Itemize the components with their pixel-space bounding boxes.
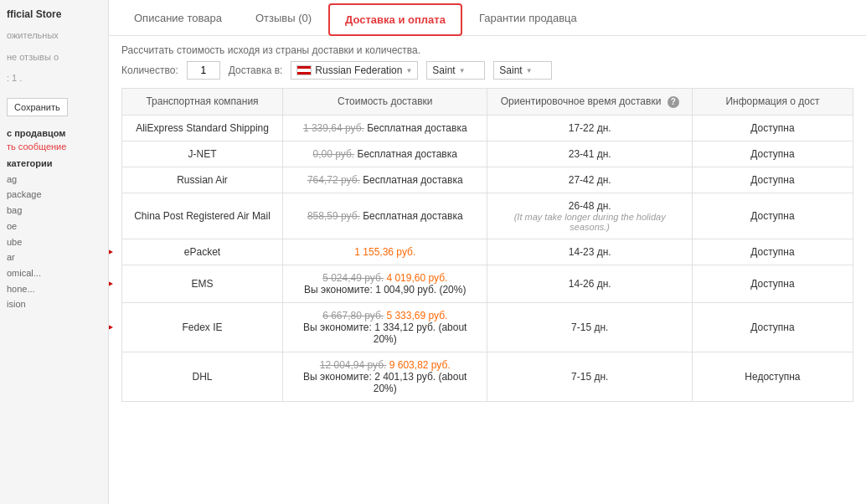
sidebar-cat-hone[interactable]: hone... [7, 281, 101, 297]
availability-status: Доступна [750, 321, 794, 333]
info-cell: Доступна [692, 265, 853, 302]
table-row: EMS 5 024,49 руб. 4 019,60 руб. Вы эконо… [122, 265, 853, 302]
col-header-company: Транспортная компания [122, 89, 283, 116]
cost-cell: 6 667,80 руб. 5 333,69 руб. Вы экономите… [283, 302, 487, 352]
availability-status: Недоступна [745, 371, 800, 383]
col-header-cost: Стоимость доставки [283, 89, 487, 116]
company-name: Fedex IE [183, 321, 223, 333]
time-cell: 14-23 дн. [487, 239, 692, 265]
sidebar: fficial Store ожительных не отзывы о : 1… [0, 0, 109, 504]
country-name: Russian Federation [315, 64, 402, 76]
shipping-table: Транспортная компания Стоимость доставки… [121, 88, 853, 402]
availability-status: Доступна [750, 174, 794, 186]
sidebar-cat-omical[interactable]: omical... [7, 265, 101, 281]
company-cell: J-NET [122, 141, 283, 167]
company-cell: EMS [122, 265, 283, 302]
company-cell: ePacket [122, 239, 283, 265]
info-cell: Доступна [692, 141, 853, 167]
sidebar-section-1: ожительных [7, 28, 101, 44]
sidebar-cat-package[interactable]: package [7, 187, 101, 203]
sidebar-section-3: : 1 . [7, 71, 101, 86]
company-cell: Russian Air [122, 167, 283, 193]
original-price: 6 667,80 руб. [322, 310, 384, 321]
availability-status: Доступна [750, 246, 794, 258]
city2-value: Saint [499, 64, 522, 76]
original-price: 12 004,94 руб. [320, 359, 387, 371]
company-cell: DHL [122, 352, 283, 401]
city2-select[interactable]: Saint ▼ [493, 61, 552, 80]
table-row: DHL 12 004,94 руб. 9 603,82 руб. Вы экон… [122, 352, 853, 401]
sidebar-cat-bag2[interactable]: bag [7, 203, 101, 219]
tab-guarantees[interactable]: Гарантии продавца [462, 0, 594, 35]
availability-status: Доступна [750, 122, 794, 134]
message-link[interactable]: ть сообщение [7, 141, 101, 152]
col-header-time: Ориентировочное время доставки ? [487, 89, 692, 116]
original-price: 0,00 руб. [313, 148, 355, 160]
col-header-info: Информация о дост [692, 89, 853, 116]
discounted-price: 9 603,82 руб. [389, 359, 451, 371]
original-price: 5 024,49 руб. [322, 272, 384, 284]
sidebar-cat-ision[interactable]: ision [7, 296, 101, 312]
main-content: Описание товара Отзывы (0) Доставка и оп… [109, 0, 866, 504]
ship-to-label: Доставка в: [229, 64, 283, 76]
table-row: ePacket 1 155,36 руб. 14-23 дн. Доступна [122, 239, 853, 265]
savings-text: Вы экономите: 2 401,13 руб. (about 20%) [291, 371, 478, 394]
sidebar-categories-title: категории [7, 158, 101, 168]
info-cell: Доступна [692, 115, 853, 141]
qty-label: Количество: [121, 64, 178, 76]
sidebar-cat-bag[interactable]: ag [7, 172, 101, 188]
cost-cell: 0,00 руб. Бесплатная доставка [283, 141, 487, 167]
tab-shipping[interactable]: Доставка и оплата [328, 3, 462, 36]
free-shipping-label: Бесплатная доставка [363, 174, 462, 186]
info-cell: Доступна [692, 167, 853, 193]
discounted-price: 4 019,60 руб. [386, 272, 447, 284]
free-shipping-label: Бесплатная доставка [363, 210, 462, 222]
free-shipping-label: Бесплатная доставка [367, 122, 467, 134]
savings-text: Вы экономите: 1 334,12 руб. (about 20%) [291, 321, 478, 345]
sidebar-section-2: не отзывы о [7, 50, 101, 65]
city1-value: Saint [432, 64, 455, 76]
delivery-time: 14-23 дн. [569, 246, 611, 258]
time-help-icon[interactable]: ? [668, 96, 679, 108]
time-cell: 7-15 дн. [487, 302, 692, 352]
table-row: China Post Registered Air Mail 858,59 ру… [122, 193, 853, 239]
delivery-time: 17-22 дн. [569, 122, 611, 134]
delivery-time: 26-48 дн. [496, 200, 683, 212]
shipping-controls: Количество: Доставка в: Russian Federati… [121, 61, 853, 80]
cost-cell: 1 339,64 руб. Бесплатная доставка [283, 115, 487, 141]
tab-description[interactable]: Описание товара [117, 0, 239, 35]
original-price: 858,59 руб. [307, 210, 360, 222]
cost-cell: 858,59 руб. Бесплатная доставка [283, 193, 487, 239]
company-name: China Post Registered Air Mail [134, 210, 271, 222]
sidebar-cat-oe[interactable]: ое [7, 219, 101, 234]
red-arrow-fedex [109, 317, 116, 337]
sidebar-cat-ar[interactable]: ar [7, 249, 101, 265]
table-row: Russian Air 764,72 руб. Бесплатная доста… [122, 167, 853, 193]
company-name: Russian Air [177, 174, 228, 186]
arrow-icon [109, 274, 116, 294]
discounted-price: 1 155,36 руб. [354, 246, 415, 258]
qty-input[interactable] [187, 61, 220, 80]
country-select[interactable]: Russian Federation ▼ [291, 61, 418, 80]
city2-chevron-icon: ▼ [526, 67, 533, 75]
shipping-section: Рассчитать стоимость исходя из страны до… [109, 36, 866, 402]
arrow-icon [109, 317, 116, 337]
availability-status: Доступна [750, 278, 794, 290]
city1-select[interactable]: Saint ▼ [426, 61, 485, 80]
store-title: fficial Store [7, 8, 101, 20]
shipping-description: Рассчитать стоимость исходя из страны до… [121, 44, 853, 56]
russia-flag-icon [296, 65, 312, 75]
holiday-note: (It may take longer during the holiday s… [496, 212, 683, 232]
original-price: 1 339,64 руб. [303, 122, 364, 134]
tab-reviews[interactable]: Отзывы (0) [239, 0, 328, 35]
company-name: J-NET [188, 148, 217, 160]
time-cell: 27-42 дн. [487, 167, 692, 193]
red-arrow-ems [109, 274, 116, 294]
free-shipping-label: Бесплатная доставка [358, 148, 457, 160]
cost-cell: 5 024,49 руб. 4 019,60 руб. Вы экономите… [283, 265, 487, 302]
time-cell: 17-22 дн. [487, 115, 692, 141]
sidebar-cat-ube[interactable]: ube [7, 234, 101, 250]
save-button[interactable]: Сохранить [7, 98, 68, 116]
time-cell: 14-26 дн. [487, 265, 692, 302]
company-name: DHL [193, 371, 213, 383]
